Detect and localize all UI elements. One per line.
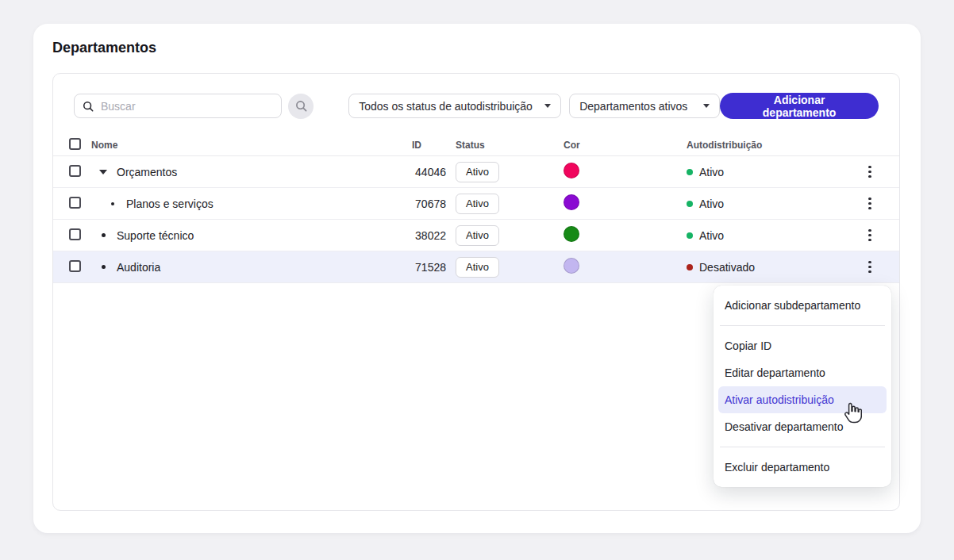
chevron-down-icon [544, 104, 551, 108]
context-menu-group: Copiar ID Editar departamento Ativar aut… [714, 332, 891, 440]
context-menu-item[interactable]: Desativar departamento [714, 413, 891, 440]
autodist-cell: Ativo [687, 198, 856, 210]
active-departments-filter-value: Departamentos ativos [579, 100, 687, 113]
select-all-checkbox[interactable] [69, 138, 81, 150]
context-menu-item[interactable]: Ativar autodistribuição [718, 386, 887, 413]
autodist-label: Ativo [699, 229, 724, 242]
autodist-dot [687, 264, 693, 270]
status-badge: Ativo [456, 194, 499, 214]
row-marker-icon[interactable] [111, 202, 114, 205]
chevron-down-icon [703, 104, 710, 108]
row-marker-box [93, 170, 113, 175]
row-menu-button[interactable] [862, 258, 878, 277]
department-name-cell: Suporte técnico [91, 229, 400, 242]
department-id: 70678 [400, 198, 456, 210]
color-swatch [564, 226, 579, 242]
context-menu-item-label: Adicionar subdepartamento [725, 299, 860, 312]
department-name: Suporte técnico [117, 229, 194, 242]
autodist-status-filter[interactable]: Todos os status de autodistribuição [348, 94, 561, 118]
status-badge: Ativo [456, 225, 499, 246]
toolbar: Todos os status de autodistribuição Depa… [74, 93, 879, 119]
context-menu-group: Excluir departamento [714, 454, 891, 481]
color-swatch [564, 194, 579, 210]
menu-divider [720, 325, 885, 326]
row-menu-button[interactable] [862, 194, 878, 213]
context-menu-item[interactable]: Copiar ID [714, 332, 891, 359]
department-name: Auditoria [117, 261, 160, 274]
row-checkbox[interactable] [69, 197, 81, 209]
row-menu-button[interactable] [862, 226, 878, 245]
context-menu-item-label: Copiar ID [725, 339, 771, 352]
header-color: Cor [564, 140, 687, 151]
department-name-cell: Orçamentos [91, 166, 400, 178]
department-id: 38022 [400, 229, 456, 242]
autodist-label: Ativo [699, 198, 724, 210]
autodist-cell: Ativo [687, 166, 856, 178]
row-checkbox[interactable] [69, 165, 81, 177]
status-badge: Ativo [456, 257, 499, 278]
search-button[interactable] [288, 94, 314, 119]
autodist-cell: Ativo [687, 229, 856, 242]
search-box[interactable] [74, 94, 282, 118]
context-menu-item-label: Editar departamento [725, 366, 825, 379]
table-row[interactable]: Planos e serviços 70678 Ativo Ativo [53, 188, 899, 220]
department-name-cell: Auditoria [91, 261, 400, 274]
context-menu-group: Adicionar subdepartamento [714, 292, 891, 319]
table-row[interactable]: Suporte técnico 38022 Ativo Ativo [53, 220, 899, 251]
row-checkbox[interactable] [69, 228, 81, 240]
row-marker-icon[interactable] [99, 170, 107, 175]
search-input[interactable] [99, 99, 273, 113]
context-menu-item[interactable]: Editar departamento [714, 359, 891, 386]
row-marker-box [93, 233, 113, 237]
context-menu-item-label: Ativar autodistribuição [725, 393, 834, 406]
page-title: Departamentos [52, 40, 156, 56]
row-marker-icon[interactable] [102, 265, 106, 269]
table-row[interactable]: Auditoria 71528 Ativo Desativado [53, 251, 899, 283]
department-name: Planos e serviços [126, 198, 213, 210]
table-body: Orçamentos 44046 Ativo Ativo [53, 156, 899, 283]
autodist-label: Ativo [699, 166, 724, 178]
page: { "page": { "title": "Departamentos" }, … [0, 0, 954, 560]
search-icon [295, 100, 307, 112]
row-marker-box [93, 265, 113, 269]
autodist-status-filter-value: Todos os status de autodistribuição [359, 100, 533, 113]
header-status: Status [456, 140, 564, 151]
color-swatch [564, 258, 579, 274]
color-swatch [564, 163, 579, 178]
row-marker-box [102, 202, 123, 205]
autodist-cell: Desativado [687, 261, 856, 274]
status-badge: Ativo [456, 162, 499, 182]
context-menu-item[interactable]: Excluir departamento [714, 454, 891, 481]
row-menu-button[interactable] [862, 163, 878, 182]
autodist-dot [687, 169, 693, 175]
context-menu-item[interactable]: Adicionar subdepartamento [714, 292, 891, 319]
table-header-row: Nome ID Status Cor Autodistribuição [53, 134, 899, 156]
add-department-button[interactable]: Adicionar departamento [720, 93, 879, 119]
department-name-cell: Planos e serviços [91, 198, 400, 210]
autodist-dot [687, 232, 693, 239]
context-menu-item-label: Excluir departamento [725, 461, 829, 474]
department-name: Orçamentos [117, 166, 177, 178]
header-name: Nome [91, 140, 400, 151]
department-id: 44046 [400, 166, 456, 178]
context-menu-item-label: Desativar departamento [725, 420, 843, 433]
autodist-dot [687, 201, 693, 207]
row-marker-icon[interactable] [102, 233, 106, 237]
departments-table: Nome ID Status Cor Autodistribuição [53, 134, 899, 283]
menu-divider [720, 447, 885, 447]
department-id: 71528 [400, 261, 456, 274]
row-checkbox[interactable] [69, 260, 81, 272]
header-id: ID [400, 140, 456, 151]
autodist-label: Desativado [699, 261, 755, 274]
search-icon [83, 101, 94, 112]
active-departments-filter[interactable]: Departamentos ativos [569, 94, 720, 118]
header-autodist: Autodistribuição [687, 140, 856, 151]
context-menu: Adicionar subdepartamento Copiar ID Edit… [714, 286, 891, 487]
table-row[interactable]: Orçamentos 44046 Ativo Ativo [53, 156, 899, 188]
